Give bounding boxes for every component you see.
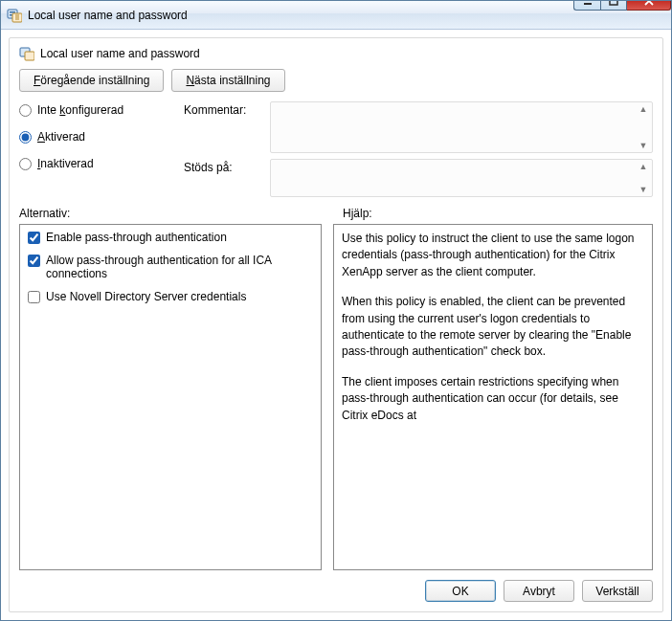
supported-label: Stöds på: [184,159,262,174]
minimize-icon [583,0,593,6]
option-checkbox-2[interactable] [28,291,40,303]
option-item: Allow pass-through authentication for al… [28,254,313,280]
help-paragraph: The client imposes certain restrictions … [342,374,644,424]
scroll-down-icon[interactable]: ▼ [637,185,650,194]
svg-rect-5 [610,0,617,5]
close-icon [643,0,655,6]
ok-button[interactable]: OK [425,580,496,602]
svg-rect-7 [25,52,34,60]
radio-not-configured[interactable]: Inte konfigurerad [19,103,172,117]
option-item: Enable pass-through authentication [28,231,313,244]
apply-button[interactable]: Verkställ [582,580,653,602]
page-title: Local user name and password [40,47,200,60]
main-panel: Local user name and password Föregående … [9,37,663,612]
supported-textarea[interactable]: ▲ ▼ [270,159,653,197]
radio-enabled-input[interactable] [19,131,32,144]
option-item: Use Novell Directory Server credentials [28,290,313,303]
scroll-up-icon[interactable]: ▲ [637,162,650,171]
options-list: Enable pass-through authentication Allow… [19,224,322,570]
close-button[interactable] [627,0,671,11]
help-paragraph: Use this policy to instruct the client t… [342,231,644,280]
window-titlebar: Local user name and password [1,1,671,30]
next-setting-button[interactable]: Nästa inställning [171,69,284,92]
radio-enabled[interactable]: Aktiverad [19,130,172,144]
scroll-up-icon[interactable]: ▲ [637,104,650,114]
svg-rect-1 [10,11,15,13]
window-controls [573,0,671,11]
previous-setting-button[interactable]: Föregående inställning [19,69,164,92]
option-label: Enable pass-through authentication [46,231,313,244]
maximize-icon [609,0,618,6]
maximize-button[interactable] [600,0,627,11]
option-checkbox-0[interactable] [28,232,40,244]
help-paragraph: When this policy is enabled, the client … [342,294,644,361]
policy-icon [19,46,34,61]
scroll-down-icon[interactable]: ▼ [637,141,650,150]
radio-disabled-input[interactable] [19,158,32,170]
option-checkbox-1[interactable] [28,255,40,267]
radio-disabled[interactable]: Inaktiverad [19,157,172,170]
comment-textarea[interactable]: ▲ ▼ [270,101,653,153]
minimize-button[interactable] [573,0,600,11]
help-text[interactable]: Use this policy to instruct the client t… [333,224,653,570]
radio-not-configured-input[interactable] [19,104,32,117]
options-section-label: Alternativ: [19,207,320,220]
app-icon [7,8,22,23]
help-section-label: Hjälp: [343,207,372,220]
svg-rect-4 [584,3,592,5]
window-title: Local user name and password [28,9,573,22]
option-label: Use Novell Directory Server credentials [46,290,313,303]
cancel-button[interactable]: Avbryt [504,580,574,602]
option-label: Allow pass-through authentication for al… [46,254,313,280]
comment-label: Kommentar: [184,101,262,117]
